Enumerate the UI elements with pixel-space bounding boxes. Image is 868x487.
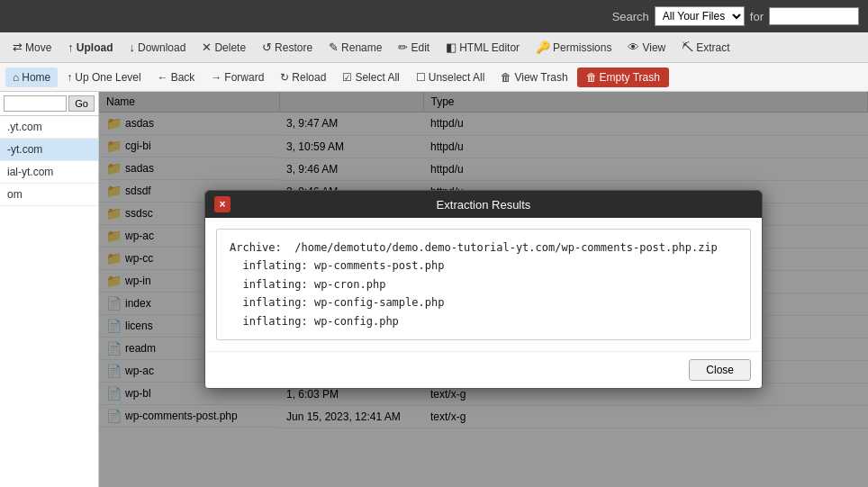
restore-button[interactable]: ↺ Restore xyxy=(255,37,320,58)
unselect-all-icon: ☐ xyxy=(416,71,426,84)
reload-icon: ↻ xyxy=(280,71,289,84)
html-editor-button[interactable]: ◧ HTML Editor xyxy=(439,37,527,58)
html-editor-icon: ◧ xyxy=(446,41,457,54)
download-button[interactable]: ↓ Download xyxy=(122,37,194,58)
permissions-button[interactable]: 🔑 Permissions xyxy=(529,37,619,58)
forward-icon: → xyxy=(211,71,222,84)
extraction-results-modal: × Extraction Results Archive: /home/demo… xyxy=(204,190,763,389)
edit-button[interactable]: ✏ Edit xyxy=(391,37,437,58)
delete-button[interactable]: ✕ Delete xyxy=(194,37,253,58)
view-icon: 👁 xyxy=(628,41,639,54)
rename-button[interactable]: ✎ Rename xyxy=(321,37,389,58)
move-icon: ⇄ xyxy=(13,41,23,54)
empty-trash-icon: 🗑 xyxy=(586,71,597,84)
file-area: Name Type 📁asdas3, 9:47 AMhttpd/u📁cgi-bi… xyxy=(99,92,868,487)
back-button[interactable]: ← Back xyxy=(150,68,203,87)
search-input[interactable] xyxy=(769,7,859,25)
modal-body: Archive: /home/demotuto/demo.demo-tutori… xyxy=(205,218,762,351)
rename-icon: ✎ xyxy=(329,41,339,54)
modal-footer: Close xyxy=(205,351,762,388)
search-label: Search xyxy=(612,10,649,23)
sidebar: Go .yt.com -yt.com ial-yt.com om xyxy=(0,92,99,487)
up-one-level-button[interactable]: ↑ Up One Level xyxy=(59,68,148,87)
select-all-button[interactable]: ☑ Select All xyxy=(335,68,406,87)
select-all-icon: ☑ xyxy=(342,71,352,84)
view-trash-button[interactable]: 🗑 View Trash xyxy=(493,68,574,87)
home-button[interactable]: ⌂ Home xyxy=(5,68,58,87)
empty-trash-button[interactable]: 🗑 Empty Trash xyxy=(577,68,669,87)
extract-button[interactable]: ⛏ Extract xyxy=(674,37,737,58)
address-input[interactable] xyxy=(4,95,67,112)
upload-icon: ↑ xyxy=(68,41,74,54)
extract-icon: ⛏ xyxy=(682,41,693,54)
toolbar: ⇄ Move ↑ Upload ↓ Download ✕ Delete ↺ Re… xyxy=(0,32,868,63)
main-layout: Go .yt.com -yt.com ial-yt.com om Name Ty… xyxy=(0,92,868,487)
unselect-all-button[interactable]: ☐ Unselect All xyxy=(409,68,493,87)
for-label: for xyxy=(750,10,764,23)
sidebar-item-yt-com[interactable]: .yt.com xyxy=(0,116,98,139)
sidebar-item-tutorial-yt[interactable]: -yt.com xyxy=(0,139,98,161)
address-bar: Go xyxy=(0,92,98,116)
delete-icon: ✕ xyxy=(202,41,212,54)
extraction-output: Archive: /home/demotuto/demo.demo-tutori… xyxy=(216,229,751,340)
upload-button[interactable]: ↑ Upload xyxy=(60,37,120,58)
restore-icon: ↺ xyxy=(262,41,272,54)
modal-title: Extraction Results xyxy=(214,198,753,212)
forward-button[interactable]: → Forward xyxy=(203,68,271,87)
up-icon: ↑ xyxy=(67,71,72,84)
move-button[interactable]: ⇄ Move xyxy=(5,37,59,58)
navbar: ⌂ Home ↑ Up One Level ← Back → Forward ↻… xyxy=(0,63,868,92)
permissions-icon: 🔑 xyxy=(536,41,550,54)
sidebar-item-al-yt[interactable]: ial-yt.com xyxy=(0,161,98,184)
top-bar: Search All Your Files for xyxy=(0,0,868,32)
modal-overlay: × Extraction Results Archive: /home/demo… xyxy=(99,92,868,487)
modal-close-button[interactable]: Close xyxy=(689,359,751,381)
sidebar-item-om[interactable]: om xyxy=(0,184,98,206)
download-icon: ↓ xyxy=(130,41,136,54)
view-button[interactable]: 👁 View xyxy=(620,37,673,58)
back-icon: ← xyxy=(158,71,168,84)
search-scope-select[interactable]: All Your Files xyxy=(655,6,745,26)
reload-button[interactable]: ↻ Reload xyxy=(273,68,333,87)
view-trash-icon: 🗑 xyxy=(501,71,511,84)
edit-icon: ✏ xyxy=(398,41,408,54)
modal-titlebar: × Extraction Results xyxy=(205,191,762,218)
home-icon: ⌂ xyxy=(13,71,19,84)
address-go-button[interactable]: Go xyxy=(68,95,95,112)
